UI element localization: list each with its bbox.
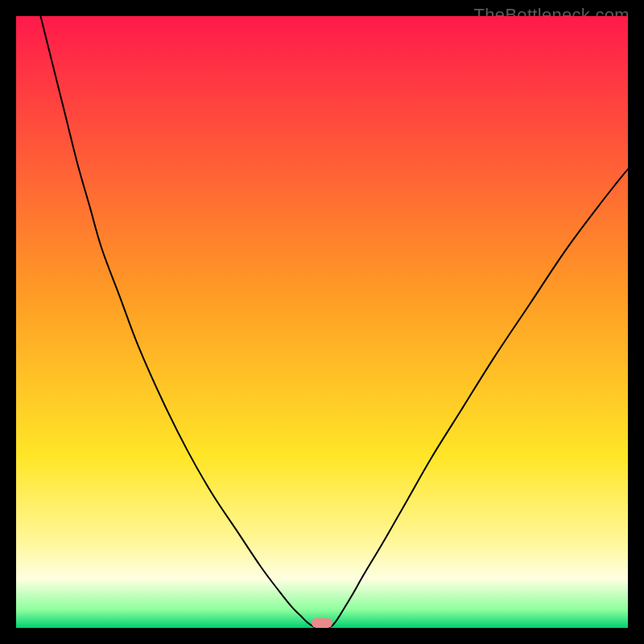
chart-frame: TheBottleneck.com [0,0,644,644]
floor-pill-marker [312,618,332,628]
plot-area [16,16,628,628]
floor-marker-group [312,618,332,628]
gradient-background [16,16,628,628]
chart-svg [16,16,628,628]
